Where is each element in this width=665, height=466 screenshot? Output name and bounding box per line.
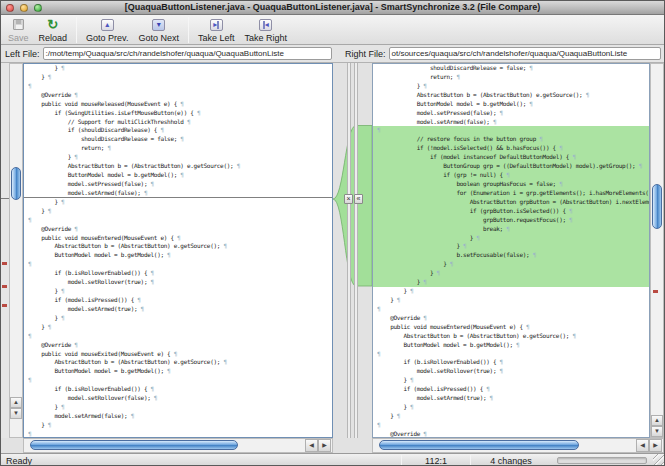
window-title: [QuaquaButtonListener.java - QuaquaButto… [1, 2, 664, 12]
goto-prev-button[interactable]: ▴ Goto Prev. [81, 16, 133, 44]
diff-marker-tick[interactable] [2, 285, 7, 288]
take-right-icon: ◂ [259, 17, 272, 32]
right-horizontal-scrollbar[interactable]: ◀ ▶ [372, 438, 664, 453]
title-bar: [QuaquaButtonListener.java - QuaquaButto… [1, 1, 664, 15]
toolbar-separator [76, 17, 77, 43]
right-code-text: shouldDiscardRelease = false; ¶ return; … [377, 64, 649, 438]
left-horizontal-scrollbar[interactable]: ◀ ▶ [23, 438, 333, 453]
scroll-right-button[interactable]: ▶ [649, 439, 662, 452]
app-window: [QuaquaButtonListener.java - QuaquaButto… [0, 0, 665, 466]
compare-area: ▲ ▼ } ¶ } ¶¶ @Override ¶ public void mou… [1, 63, 665, 438]
left-file-path-field[interactable]: :/mot/temp/Quaqua/src/ch/randelshofer/qu… [43, 47, 332, 60]
left-vscroll-thumb[interactable] [11, 167, 21, 200]
take-right-to-left-button[interactable]: « [354, 194, 363, 204]
reload-button[interactable]: ↻ Reload [34, 16, 73, 44]
scroll-left-button[interactable]: ◀ [636, 439, 649, 452]
change-count: 4 changes [471, 454, 551, 466]
progress-indicator [557, 457, 647, 464]
right-file-path-field[interactable]: ot/sources/quaqua/src/ch/randelshofer/qu… [389, 47, 662, 60]
scroll-left-button[interactable]: ◀ [305, 439, 318, 452]
status-bar: Ready 112:1 4 changes [1, 453, 665, 466]
goto-prev-icon: ▴ [101, 17, 114, 32]
left-hscroll-thumb[interactable] [30, 440, 238, 450]
scroll-down-button[interactable]: ▼ [651, 426, 663, 437]
save-icon [13, 17, 24, 32]
take-left-button[interactable]: ▸ Take Left [193, 16, 240, 44]
status-message: Ready [1, 454, 401, 466]
diff-marker-tick[interactable] [653, 290, 658, 293]
right-vscroll-thumb[interactable] [652, 184, 662, 229]
splitter-bar[interactable] [347, 63, 351, 438]
diff-marker-tick[interactable] [2, 304, 7, 307]
diff-marker-tick[interactable] [2, 262, 7, 265]
file-path-bar: Left File: :/mot/temp/Quaqua/src/ch/rand… [1, 45, 664, 63]
left-code-text: } ¶ } ¶¶ @Override ¶ public void mouseRe… [28, 64, 332, 438]
right-vertical-scrollbar[interactable]: ▲ ▼ [650, 63, 664, 438]
splitter-bar[interactable] [354, 63, 358, 438]
toolbar: Save ↻ Reload ▴ Goto Prev. ▾ Goto Next ▸… [1, 15, 664, 45]
take-right-button[interactable]: ◂ Take Right [239, 16, 292, 44]
take-left-icon: ▸ [210, 17, 223, 32]
cursor-position: 112:1 [402, 454, 470, 466]
toolbar-separator [188, 17, 189, 43]
right-hscroll-thumb[interactable] [379, 440, 579, 450]
right-code-pane[interactable]: shouldDiscardRelease = false; ¶ return; … [372, 63, 650, 438]
goto-next-button[interactable]: ▾ Goto Next [133, 16, 184, 44]
left-overview-ruler[interactable] [1, 63, 9, 438]
horizontal-scroll-row: ◀ ▶ ◀ ▶ [1, 438, 665, 453]
diff-connector-wedge [333, 63, 372, 438]
resize-grip[interactable] [653, 454, 665, 466]
right-file-label: Right File: [345, 49, 386, 59]
scroll-right-button[interactable]: ▶ [318, 439, 331, 452]
goto-next-icon: ▾ [152, 17, 165, 32]
diff-gutter: × « [333, 63, 372, 438]
insertion-point-marker [24, 197, 332, 198]
scroll-up-button[interactable]: ▲ [10, 397, 22, 408]
scroll-down-button[interactable]: ▼ [10, 408, 22, 419]
save-button[interactable]: Save [3, 16, 34, 44]
left-vertical-scrollbar[interactable]: ▲ ▼ [9, 63, 23, 438]
left-file-label: Left File: [5, 49, 40, 59]
scroll-up-button[interactable]: ▲ [651, 415, 663, 426]
reload-icon: ↻ [47, 17, 58, 32]
delete-change-button[interactable]: × [344, 194, 353, 204]
left-code-pane[interactable]: } ¶ } ¶¶ @Override ¶ public void mouseRe… [23, 63, 333, 438]
